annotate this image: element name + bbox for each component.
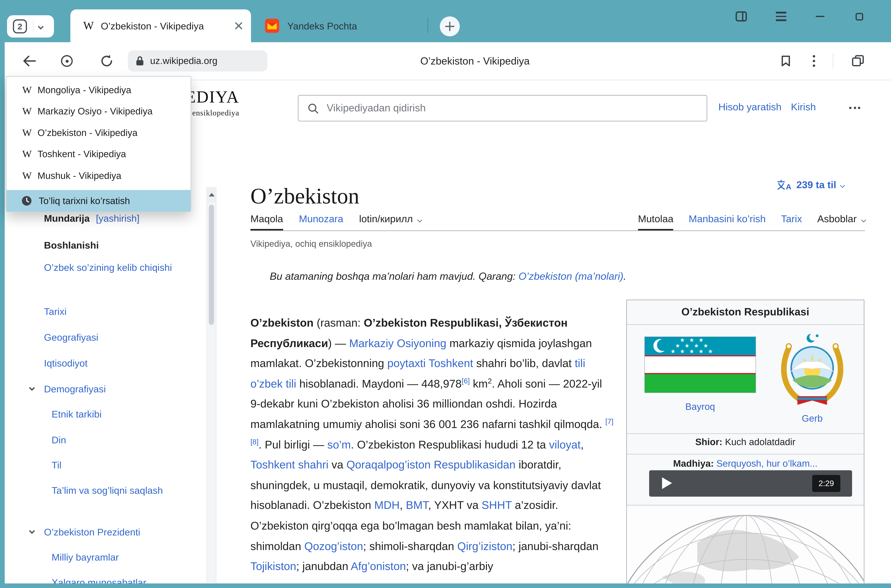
wikipedia-favicon: W <box>22 84 38 96</box>
toc-item[interactable]: Boshlanishi <box>44 237 173 253</box>
maximize-button[interactable] <box>849 6 870 27</box>
scrollbar-thumb[interactable] <box>209 204 214 325</box>
play-icon[interactable] <box>662 477 672 489</box>
tab-talk[interactable]: Munozara <box>299 213 344 230</box>
tab-yandex-mail[interactable]: Yandeks Pochta <box>251 9 427 42</box>
history-clock-icon <box>21 195 32 207</box>
suggestion-item[interactable]: WO’zbekiston - Vikipediya <box>6 123 190 144</box>
anthem-row: Madhiya: Serquyosh, hur o’lkam... <box>627 459 864 469</box>
bookmark-icon[interactable] <box>775 50 796 72</box>
tab-read[interactable]: Mutolaa <box>638 213 674 230</box>
tab-active-wikipedia[interactable]: W O’zbekiston - Vikipediya <box>70 9 251 42</box>
tab-variant-selector[interactable]: lotin/кирилл <box>359 213 421 230</box>
toc-item[interactable]: O’zbek so’zining kelib chiqishi <box>44 260 173 275</box>
more-options-icon[interactable] <box>849 107 860 109</box>
bookmarks-sidebar-icon[interactable] <box>730 6 752 27</box>
chevron-down-icon[interactable] <box>38 24 44 29</box>
toc-item[interactable]: Xalqaro munosabatlar <box>52 574 172 584</box>
chevron-down-icon <box>417 217 422 222</box>
lead-text: , YXHT va <box>428 499 482 512</box>
toc-item[interactable]: Demografiyasi <box>44 381 173 396</box>
wiki-link[interactable]: MDH <box>374 499 399 512</box>
wikipedia-favicon: W <box>22 105 38 117</box>
search-input[interactable] <box>326 101 706 115</box>
chevron-down-icon[interactable] <box>29 385 35 391</box>
create-account-link[interactable]: Hisob yaratish <box>718 101 782 113</box>
audio-player[interactable]: 2:29 <box>649 470 852 496</box>
toc-item[interactable]: Geografiyasi <box>44 330 173 345</box>
suggestion-item[interactable]: WMarkaziy Osiyo - Vikipediya <box>6 101 190 122</box>
tab-article[interactable]: Maqola <box>250 213 283 230</box>
wiki-link[interactable]: Afg’oniston <box>351 560 406 572</box>
wiki-link[interactable]: Qoraqalpog’iston Respublikasidan <box>346 459 516 471</box>
show-full-history-item[interactable]: To’liq tarixni ko’rsatish <box>6 190 190 212</box>
reload-button[interactable] <box>96 50 117 72</box>
toc-item[interactable]: Din <box>52 432 172 447</box>
lead-text: ; janubi-sharqdan <box>512 540 598 552</box>
wiki-link[interactable]: Tojikiston <box>250 560 296 572</box>
download-icon[interactable] <box>889 50 891 72</box>
chevron-down-icon[interactable] <box>29 528 35 534</box>
language-selector[interactable]: A 239 ta til <box>776 179 844 191</box>
toc-item[interactable]: Ta’lim va sog’liqni saqlash <box>52 483 172 498</box>
wikipedia-favicon: W <box>83 20 94 32</box>
wiki-link[interactable]: Qozog’iston <box>304 540 363 552</box>
more-menu-icon[interactable] <box>803 50 824 72</box>
tab-count-badge: 2 <box>13 20 27 33</box>
wiki-link[interactable]: Qirg’iziston <box>457 540 512 552</box>
wiki-link[interactable]: SHHT <box>482 499 512 512</box>
lead-text: ; shimoli-sharqdan <box>363 540 457 552</box>
lead-text: shahri bo’lib, davlat <box>473 357 575 369</box>
lock-icon[interactable] <box>135 56 144 66</box>
anthem-link[interactable]: Serquyosh, hur o’lkam... <box>714 459 818 468</box>
coat-of-arms-image[interactable] <box>775 328 850 412</box>
wiki-link[interactable]: so’m <box>327 438 351 451</box>
suggestion-item[interactable]: WMongoliya - Vikipediya <box>6 80 190 101</box>
back-button[interactable] <box>19 50 40 72</box>
wiki-search-box[interactable] <box>298 95 707 122</box>
browser-toolbar: uz.wikipedia.org O’zbekiston - Vikipediy… <box>4 42 891 80</box>
login-link[interactable]: Kirish <box>791 101 816 113</box>
lead-text: . O’zbekiston Respublikasi hududi 12 ta <box>351 438 549 451</box>
wiki-link[interactable]: Markaziy Osiyoning <box>349 337 446 349</box>
collections-icon[interactable] <box>848 50 868 72</box>
close-tab-icon[interactable] <box>234 21 244 31</box>
lead-text: , <box>580 438 584 451</box>
wiki-link[interactable]: poytaxti Toshkent <box>387 357 473 369</box>
close-window-button[interactable] <box>888 6 891 27</box>
tab-counter-button[interactable]: 2 <box>7 15 54 38</box>
toc-hide-link[interactable]: [yashirish] <box>96 213 140 224</box>
address-bar[interactable]: uz.wikipedia.org <box>128 50 267 72</box>
yandex-search-icon[interactable] <box>56 50 77 72</box>
svg-text:A: A <box>786 183 791 191</box>
new-tab-button[interactable] <box>440 16 460 36</box>
tab-divider <box>428 18 428 33</box>
suggestion-item[interactable]: WToshkent - Vikipediya <box>6 144 190 165</box>
toc-item[interactable]: Til <box>52 458 172 473</box>
hatnote-link[interactable]: O’zbekiston (ma’nolari) <box>519 270 624 282</box>
scroll-up-button[interactable] <box>207 187 216 202</box>
wiki-link[interactable]: Toshkent shahri <box>250 459 328 471</box>
emblem-caption-link[interactable]: Gerb <box>802 413 823 423</box>
tab-history[interactable]: Tarix <box>781 213 802 230</box>
toc-item[interactable]: Milliy bayramlar <box>52 549 172 565</box>
tab-view-source[interactable]: Manbasini ko’rish <box>689 213 766 230</box>
menu-icon[interactable] <box>771 6 792 27</box>
toc-item[interactable]: O’zbekiston Prezidenti <box>44 524 173 540</box>
tab-title: Yandeks Pochta <box>287 20 357 32</box>
wiki-link[interactable]: BMT <box>406 499 428 512</box>
reference-link[interactable]: [6] <box>462 377 470 385</box>
toc-item[interactable]: Iqtisodiyot <box>44 355 173 370</box>
location-map[interactable] <box>627 507 864 584</box>
toc-item[interactable]: Tarixi <box>44 304 173 319</box>
minimize-button[interactable] <box>809 6 830 27</box>
superscript: 2 <box>488 377 492 385</box>
wiki-link[interactable]: viloyat <box>549 438 580 451</box>
suggestion-item[interactable]: WMushuk - Vikipediya <box>6 165 190 186</box>
tab-bar: 2 W O’zbekiston - Vikipediya Yandeks Poc… <box>0 0 891 42</box>
flag-image[interactable] <box>645 337 756 393</box>
tab-tools[interactable]: Asboblar <box>817 213 865 230</box>
toc-item[interactable]: Etnik tarkibi <box>52 406 172 422</box>
toc-scrollbar[interactable] <box>206 187 216 584</box>
flag-caption-link[interactable]: Bayroq <box>686 402 715 412</box>
